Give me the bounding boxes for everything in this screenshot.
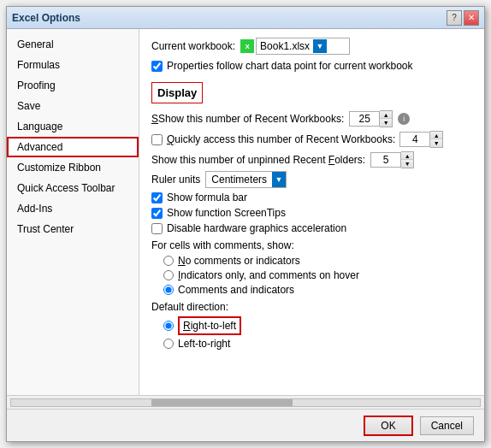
indicators-only-label: Indicators only, and comments on hover xyxy=(178,269,359,281)
function-screentips-row: Show function ScreenTips xyxy=(151,207,472,219)
quick-access-spinner: ▲ ▼ xyxy=(399,131,443,148)
no-comments-row: No comments or indicators xyxy=(163,255,472,267)
disable-hardware-label: Disable hardware graphics acceleration xyxy=(167,222,346,234)
recent-workbooks-input[interactable] xyxy=(349,111,380,127)
comments-radio-group: No comments or indicators Indicators onl… xyxy=(163,255,472,296)
recent-workbooks-up[interactable]: ▲ xyxy=(380,111,392,119)
right-to-left-box: Right-to-left xyxy=(178,316,241,335)
current-workbook-row: Current workbook: X Book1.xlsx ▼ xyxy=(151,38,472,55)
disable-hardware-row: Disable hardware graphics acceleration xyxy=(151,222,472,234)
info-icon[interactable]: i xyxy=(398,113,410,125)
hscroll-thumb xyxy=(151,399,292,406)
recent-folders-down[interactable]: ▼ xyxy=(401,160,413,168)
workbook-select: X Book1.xlsx ▼ xyxy=(240,38,350,55)
default-direction-label: Default direction: xyxy=(151,301,472,313)
ruler-units-value: Centimeters xyxy=(206,173,272,186)
right-to-left-label: Right-to-left xyxy=(183,320,236,332)
function-screentips-checkbox[interactable] xyxy=(151,208,163,219)
quick-access-spinner-btns: ▲ ▼ xyxy=(430,131,443,148)
sidebar-item-general[interactable]: General xyxy=(7,34,139,55)
right-to-left-row: Right-to-left xyxy=(163,316,472,335)
ruler-units-arrow-icon[interactable]: ▼ xyxy=(272,172,286,187)
sidebar-item-formulas[interactable]: Formulas xyxy=(7,55,139,75)
recent-folders-spinner-btns: ▲ ▼ xyxy=(401,151,414,168)
workbook-dropdown[interactable]: Book1.xlsx ▼ xyxy=(256,38,350,55)
comments-indicators-label: Comments and indicators xyxy=(178,284,294,296)
title-bar: Excel Options ? ✕ xyxy=(7,7,484,29)
indicators-only-row: Indicators only, and comments on hover xyxy=(163,269,472,281)
no-comments-radio[interactable] xyxy=(163,256,174,266)
workbook-icon: X xyxy=(240,39,254,53)
properties-label: Properties follow chart data point for c… xyxy=(167,60,412,72)
formula-bar-checkbox[interactable] xyxy=(151,192,163,203)
disable-hardware-checkbox[interactable] xyxy=(151,223,163,234)
formula-bar-row: Show formula bar xyxy=(151,192,472,203)
indicators-only-radio[interactable] xyxy=(163,270,174,280)
recent-workbooks-down[interactable]: ▼ xyxy=(380,119,392,127)
dialog-title: Excel Options xyxy=(12,12,80,24)
quick-access-up[interactable]: ▲ xyxy=(430,132,442,139)
workbook-name: Book1.xlsx xyxy=(260,40,310,52)
function-screentips-label: Show function ScreenTips xyxy=(167,207,286,219)
left-to-right-radio[interactable] xyxy=(163,339,174,349)
main-content: Current workbook: X Book1.xlsx ▼ Propert… xyxy=(139,29,484,395)
comments-indicators-radio[interactable] xyxy=(163,285,174,295)
left-to-right-row: Left-to-right xyxy=(163,338,472,350)
comments-indicators-row: Comments and indicators xyxy=(163,284,472,296)
recent-folders-spinner: ▲ ▼ xyxy=(370,151,414,168)
dropdown-arrow-icon[interactable]: ▼ xyxy=(313,39,327,53)
sidebar-item-proofing[interactable]: Proofing xyxy=(7,75,139,96)
ok-button[interactable]: OK xyxy=(364,416,412,436)
properties-checkbox-row: Properties follow chart data point for c… xyxy=(151,60,472,72)
horizontal-scrollbar[interactable] xyxy=(7,395,484,409)
recent-workbooks-spinner-btns: ▲ ▼ xyxy=(380,110,393,127)
help-button[interactable]: ? xyxy=(447,10,462,26)
sidebar-item-customize-ribbon[interactable]: Customize Ribbon xyxy=(7,157,139,178)
sidebar: General Formulas Proofing Save Language … xyxy=(7,29,139,395)
recent-workbooks-spinner: ▲ ▼ xyxy=(349,110,393,127)
display-section-box: Display xyxy=(151,77,472,107)
close-button[interactable]: ✕ xyxy=(464,10,479,26)
excel-options-dialog: Excel Options ? ✕ General Formulas Proof… xyxy=(6,6,485,442)
bottom-bar: OK Cancel xyxy=(7,409,484,441)
recent-folders-label: Show this number of unpinned Recent Fold… xyxy=(151,154,365,166)
cancel-button[interactable]: Cancel xyxy=(420,416,474,435)
left-to-right-label: Left-to-right xyxy=(178,338,230,350)
quick-access-label: Quickly access this number of Recent Wor… xyxy=(167,133,395,145)
recent-folders-input[interactable] xyxy=(370,152,401,168)
sidebar-item-quick-access[interactable]: Quick Access Toolbar xyxy=(7,178,139,198)
for-cells-label: For cells with comments, show: xyxy=(151,239,472,251)
sidebar-item-trust-center[interactable]: Trust Center xyxy=(7,219,139,239)
properties-checkbox[interactable] xyxy=(151,61,163,72)
quick-access-down[interactable]: ▼ xyxy=(430,139,442,147)
sidebar-item-language[interactable]: Language xyxy=(7,116,139,137)
current-workbook-label: Current workbook: xyxy=(151,40,235,52)
dialog-body: General Formulas Proofing Save Language … xyxy=(7,29,484,395)
right-to-left-radio[interactable] xyxy=(163,321,174,331)
sidebar-item-save[interactable]: Save xyxy=(7,96,139,116)
ruler-units-label: Ruler units xyxy=(151,174,200,186)
ruler-units-row: Ruler units Centimeters ▼ xyxy=(151,171,472,188)
ruler-units-select[interactable]: Centimeters ▼ xyxy=(205,171,287,188)
direction-radio-group: Right-to-left Left-to-right xyxy=(163,316,472,350)
recent-folders-row: Show this number of unpinned Recent Fold… xyxy=(151,151,472,168)
recent-workbooks-label: SShow this number of Recent Workbooks: xyxy=(151,113,344,125)
title-bar-controls: ? ✕ xyxy=(447,10,479,26)
quick-access-row: Quickly access this number of Recent Wor… xyxy=(151,131,472,148)
quick-access-input[interactable] xyxy=(399,132,430,147)
recent-folders-up[interactable]: ▲ xyxy=(401,152,413,160)
no-comments-label: No comments or indicators xyxy=(178,255,300,267)
sidebar-item-advanced[interactable]: Advanced xyxy=(7,137,139,157)
recent-workbooks-row: SShow this number of Recent Workbooks: ▲… xyxy=(151,110,472,127)
formula-bar-label: Show formula bar xyxy=(167,192,247,203)
hscroll-track xyxy=(10,398,481,407)
sidebar-item-add-ins[interactable]: Add-Ins xyxy=(7,198,139,219)
display-section-label: Display xyxy=(151,82,203,103)
quick-access-checkbox[interactable] xyxy=(151,134,163,145)
